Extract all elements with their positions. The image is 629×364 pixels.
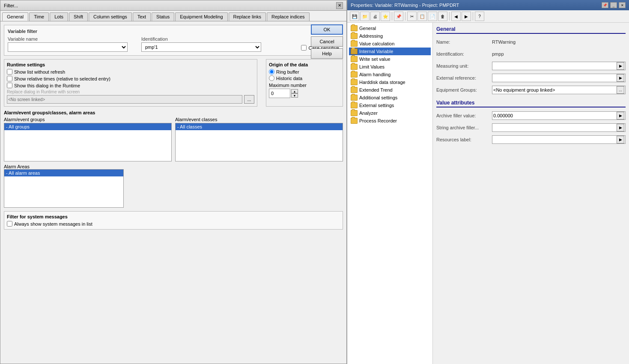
tree-item-external-settings[interactable]: External settings: [349, 101, 431, 109]
identification-label: Identification: [141, 36, 261, 42]
spin-up-button[interactable]: ▲: [291, 89, 298, 93]
prop-input-archive-filler[interactable]: 0.000000 ▶: [492, 111, 626, 120]
show-dialog-checkbox[interactable]: [7, 83, 12, 88]
toolbar-star-btn[interactable]: ⭐: [381, 12, 390, 21]
tree-item-harddisk[interactable]: Harddisk data storage: [349, 78, 431, 86]
tree-item-general[interactable]: General: [349, 24, 431, 32]
toolbar-print-btn[interactable]: 🖨: [370, 12, 380, 21]
tab-lots[interactable]: Lots: [50, 12, 68, 21]
tab-time[interactable]: Time: [29, 12, 49, 21]
folder-icon-limit-values: [351, 64, 358, 70]
toolbar-right-btn[interactable]: ▶: [462, 12, 471, 21]
alarm-areas-item-all[interactable]: - All alarm areas: [4, 170, 123, 176]
toolbar-folder-btn[interactable]: 📁: [360, 12, 370, 21]
prop-label-archive-filler: Archive filler value:: [436, 113, 492, 118]
tree-label-limit-values: Limit Values: [359, 64, 385, 69]
equipment-groups-browse-btn[interactable]: ...: [617, 86, 624, 94]
close-button[interactable]: ✕: [336, 2, 343, 9]
prop-label-equipment-groups: Equipment Groups:: [436, 87, 492, 92]
toolbar-sep2: [405, 12, 405, 21]
prop-input-measuring-unit[interactable]: ▶: [492, 62, 626, 70]
tree-item-analyzer[interactable]: Analyzer: [349, 109, 431, 117]
ok-button[interactable]: OK: [311, 24, 343, 35]
spin-down-button[interactable]: ▼: [291, 93, 298, 98]
toolbar-copy-btn[interactable]: 📋: [417, 12, 427, 21]
tree-item-extended-trend[interactable]: Extended Trend: [349, 86, 431, 94]
help-button[interactable]: Help: [311, 48, 343, 59]
close-window-button[interactable]: ✕: [619, 2, 626, 8]
pin-window-button[interactable]: 📌: [602, 2, 608, 8]
prop-input-external-ref[interactable]: ▶: [492, 74, 626, 82]
tree-label-extended-trend: Extended Trend: [359, 87, 393, 92]
show-list-checkbox[interactable]: [7, 69, 12, 75]
tab-general[interactable]: General: [2, 12, 28, 21]
tree-label-general: General: [359, 26, 376, 31]
prop-label-measuring-unit: Measuring unit:: [436, 63, 492, 69]
resources-browse-btn[interactable]: ▶: [617, 136, 624, 143]
tree-item-write-set[interactable]: Write set value: [349, 55, 431, 63]
always-show-checkbox[interactable]: [7, 221, 12, 227]
tab-equipment-modeling[interactable]: Equipment Modeling: [175, 12, 227, 21]
show-relative-label: Show relative times (relative to selecte…: [14, 76, 110, 81]
tree-label-alarm-handling: Alarm handling: [359, 72, 391, 77]
toolbar-help-btn[interactable]: ?: [475, 12, 484, 21]
cancel-button[interactable]: Cancel: [311, 36, 343, 47]
toolbar-save-btn[interactable]: 💾: [350, 12, 359, 21]
screen-input[interactable]: [7, 95, 242, 104]
tab-column-settings[interactable]: Column settings: [89, 12, 132, 21]
minimize-window-button[interactable]: _: [610, 2, 617, 8]
external-ref-browse-btn[interactable]: ▶: [617, 74, 624, 82]
toolbar-paste-btn[interactable]: 📄: [428, 12, 437, 21]
tree-item-internal-variable[interactable]: Internal Variable: [349, 48, 431, 55]
always-show-label: Always show system messages in list: [14, 221, 92, 227]
prop-input-equipment-groups[interactable]: <No equipment group linked> ...: [492, 86, 626, 94]
identification-select[interactable]: pmp'1: [141, 42, 261, 52]
toolbar-cut-btn[interactable]: ✂: [407, 12, 417, 21]
folder-icon-extended-trend: [351, 87, 358, 93]
tree-item-process-recorder[interactable]: Process Recorder: [349, 117, 431, 125]
event-groups-list[interactable]: - All groups: [4, 123, 172, 161]
variable-name-label: Variable name: [8, 36, 128, 42]
tree-item-addressing[interactable]: Addressing: [349, 32, 431, 40]
tab-status[interactable]: Status: [152, 12, 174, 21]
show-relative-checkbox[interactable]: [7, 76, 12, 81]
measuring-unit-browse-btn[interactable]: ▶: [617, 62, 624, 70]
variable-name-field: Variable name: [8, 36, 128, 52]
toolbar-left-btn[interactable]: ◀: [451, 12, 461, 21]
tab-replace-links[interactable]: Replace links: [229, 12, 266, 21]
case-sensitive-checkbox[interactable]: [301, 45, 307, 51]
folder-icon-value-calc: [351, 41, 358, 47]
event-classes-list[interactable]: - All classes: [175, 123, 343, 161]
tree-item-value-calculation[interactable]: Value calculation: [349, 40, 431, 48]
prop-input-resources[interactable]: ▶: [492, 135, 626, 144]
toolbar-delete-btn[interactable]: 🗑: [438, 12, 447, 21]
historic-data-row: Historic data: [269, 75, 340, 81]
archive-filler-browse-btn[interactable]: ▶: [617, 112, 624, 119]
tab-replace-indices[interactable]: Replace indices: [267, 12, 310, 21]
screen-browse-button[interactable]: ...: [244, 95, 254, 104]
max-number-input[interactable]: [269, 89, 290, 98]
event-classes-item-all[interactable]: - All classes: [176, 123, 343, 130]
prop-input-string-archive[interactable]: ▶: [492, 123, 626, 132]
always-show-row: Always show system messages in list: [7, 221, 340, 227]
string-archive-browse-btn[interactable]: ▶: [617, 124, 624, 131]
tree-item-alarm-handling[interactable]: Alarm handling: [349, 71, 431, 78]
historic-data-radio[interactable]: [269, 75, 274, 81]
folder-icon-additional-settings: [351, 95, 358, 101]
tree-item-limit-values[interactable]: Limit Values: [349, 63, 431, 71]
system-messages-title: Filter for system messages: [7, 214, 340, 219]
ring-buffer-radio[interactable]: [269, 69, 274, 75]
alarm-areas-list[interactable]: - All alarm areas: [4, 169, 124, 208]
variable-name-select[interactable]: [8, 42, 128, 52]
props-content: General Addressing Value calculation Int…: [347, 23, 629, 364]
folder-icon-addressing: [351, 33, 358, 39]
alarm-groups-title: Alarm/event groups/classes, alarm areas: [4, 110, 343, 115]
value-attributes-container: Value attributes Archive filler value: 0…: [436, 100, 626, 144]
prop-label-external-ref: External reference:: [436, 75, 492, 81]
toolbar-pin-btn[interactable]: 📌: [394, 12, 403, 21]
tab-text[interactable]: Text: [133, 12, 151, 21]
event-groups-item-all[interactable]: - All groups: [4, 123, 171, 130]
ring-buffer-label: Ring buffer: [276, 69, 299, 75]
tab-shift[interactable]: Shift: [69, 12, 88, 21]
tree-item-additional-settings[interactable]: Additional settings: [349, 94, 431, 101]
